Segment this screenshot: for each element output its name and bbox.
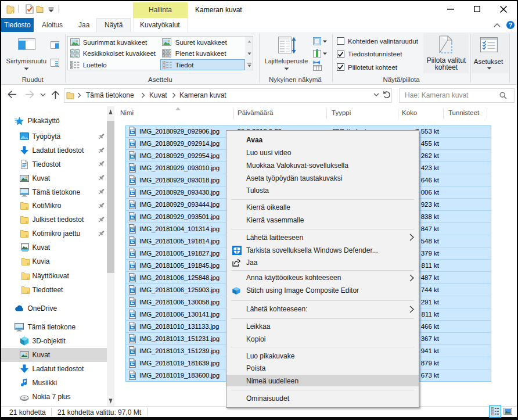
svg-text:?: ? <box>509 21 512 28</box>
